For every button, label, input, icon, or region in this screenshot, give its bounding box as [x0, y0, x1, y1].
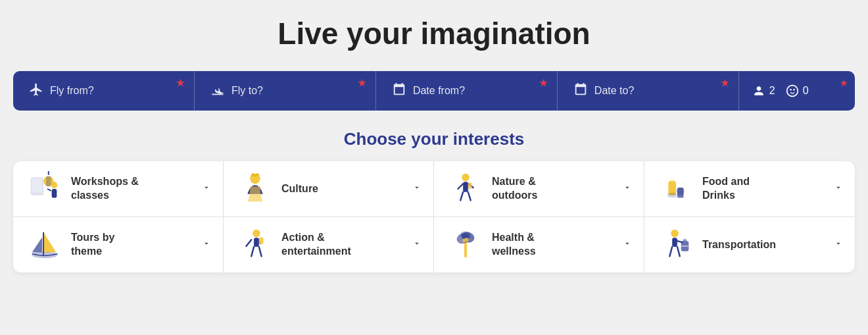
svg-line-31 [246, 240, 251, 246]
svg-point-29 [253, 230, 260, 238]
interest-food[interactable]: Food andDrinks [644, 161, 855, 217]
tours-chevron [202, 239, 211, 251]
fly-to-field[interactable]: Fly to? ★ [195, 71, 376, 111]
people-field[interactable]: ★ 2 0 [739, 71, 855, 111]
svg-line-45 [669, 247, 672, 257]
date-to-icon [573, 82, 588, 100]
action-icon [235, 225, 275, 265]
people-required: ★ [840, 78, 848, 88]
interest-transport[interactable]: Transportation [644, 217, 855, 272]
interests-row-1: Workshops &classes Culture [13, 161, 855, 217]
action-label: Action &entertainment [281, 231, 406, 259]
children-count: 0 [803, 85, 809, 97]
svg-rect-48 [683, 239, 687, 242]
food-label: Food andDrinks [702, 175, 827, 203]
date-from-icon [392, 82, 406, 100]
interest-health[interactable]: Health &wellness [434, 217, 644, 272]
nature-chevron [623, 183, 632, 195]
health-label: Health &wellness [492, 231, 616, 259]
date-to-label: Date to? [594, 85, 634, 97]
svg-point-23 [677, 188, 685, 195]
workshops-icon [25, 169, 64, 209]
svg-line-33 [251, 247, 254, 257]
svg-point-2 [793, 89, 795, 91]
svg-line-10 [47, 189, 51, 191]
workshops-chevron [202, 183, 211, 195]
date-to-field[interactable]: Date to? ★ [558, 71, 739, 111]
health-chevron [623, 239, 632, 251]
svg-rect-13 [463, 182, 468, 192]
svg-point-24 [667, 193, 677, 198]
svg-line-16 [460, 192, 463, 201]
fly-to-label: Fly to? [231, 85, 263, 97]
svg-point-1 [790, 89, 792, 91]
svg-point-21 [668, 176, 676, 182]
interests-container: Workshops &classes Culture [13, 161, 855, 272]
svg-point-8 [51, 182, 58, 188]
nature-label: Nature &outdoors [492, 175, 616, 203]
action-chevron [412, 239, 422, 251]
interest-culture[interactable]: Culture [224, 161, 434, 217]
fly-from-label: Fly from? [50, 85, 94, 97]
transport-icon [656, 225, 696, 265]
svg-line-17 [468, 192, 471, 201]
svg-rect-6 [46, 176, 51, 186]
interest-nature[interactable]: Nature &outdoors [434, 161, 644, 217]
nature-icon [446, 169, 485, 209]
adults-group: 2 [752, 84, 775, 97]
transport-chevron [834, 239, 843, 251]
svg-point-12 [462, 174, 470, 182]
svg-rect-30 [254, 238, 259, 247]
tours-icon [25, 225, 64, 265]
svg-line-34 [259, 247, 262, 257]
svg-rect-18 [468, 182, 472, 189]
page-title: Live your imagination [277, 16, 590, 51]
fly-to-icon [210, 82, 225, 100]
fly-from-field[interactable]: Fly from? ★ [13, 71, 195, 111]
tours-label: Tours bytheme [71, 231, 195, 259]
fly-from-icon [29, 82, 43, 100]
svg-point-0 [786, 86, 798, 97]
transport-label: Transportation [702, 238, 827, 252]
interest-tours[interactable]: Tours bytheme [13, 217, 224, 272]
svg-rect-9 [52, 189, 57, 198]
interest-workshops[interactable]: Workshops &classes [13, 161, 224, 217]
date-from-label: Date from? [413, 85, 465, 97]
interest-action[interactable]: Action &entertainment [224, 217, 434, 272]
children-group: 0 [786, 84, 809, 97]
svg-rect-43 [672, 238, 677, 247]
food-chevron [834, 183, 843, 195]
svg-line-46 [677, 247, 680, 257]
svg-marker-25 [43, 232, 56, 253]
culture-label: Culture [281, 182, 406, 196]
svg-rect-35 [259, 237, 264, 244]
health-icon [446, 225, 485, 265]
search-bar: Fly from? ★ Fly to? ★ Date from? ★ Date … [13, 71, 855, 111]
culture-chevron [412, 183, 422, 195]
svg-rect-4 [32, 179, 42, 193]
food-icon [656, 169, 696, 209]
interests-row-2: Tours bytheme Action &entertainment [13, 217, 855, 272]
fly-to-required: ★ [358, 78, 366, 88]
workshops-label: Workshops &classes [71, 175, 195, 203]
svg-line-14 [458, 184, 463, 189]
culture-icon [235, 169, 275, 209]
adults-count: 2 [769, 85, 775, 97]
date-to-required: ★ [721, 78, 729, 88]
svg-marker-26 [32, 237, 42, 252]
svg-point-42 [671, 230, 679, 238]
date-from-required: ★ [539, 78, 548, 88]
svg-point-41 [465, 238, 469, 242]
fly-from-required: ★ [176, 78, 185, 88]
interests-title: Choose your interests [344, 129, 525, 149]
date-from-field[interactable]: Date from? ★ [376, 71, 558, 111]
